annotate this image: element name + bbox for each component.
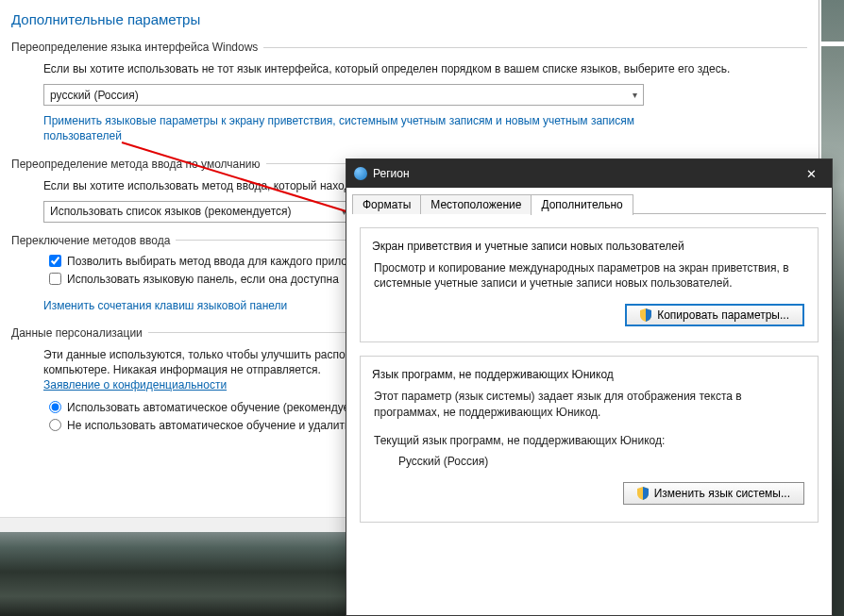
per-app-input-checkbox-input[interactable]: [49, 255, 61, 267]
non-unicode-fieldset: Язык программ, не поддерживающих Юникод …: [360, 356, 819, 523]
copy-settings-label: Копировать параметры...: [657, 308, 789, 322]
group-title-personalization: Данные персонализации: [11, 326, 143, 340]
current-system-locale-label: Текущий язык программ, не поддерживающих…: [374, 433, 804, 448]
dialog-tabbar: Форматы Местоположение Дополнительно: [346, 188, 832, 214]
auto-learning-label: Использовать автоматическое обучение (ре…: [67, 401, 370, 414]
display-language-dropdown[interactable]: русский (Россия) ▾: [43, 84, 644, 106]
shield-icon: [640, 308, 651, 322]
region-dialog: Регион ✕ Форматы Местоположение Дополнит…: [346, 158, 833, 616]
language-bar-checkbox-input[interactable]: [49, 273, 61, 285]
dialog-title: Регион: [373, 167, 410, 180]
change-system-locale-button[interactable]: Изменить язык системы...: [623, 482, 804, 505]
change-system-locale-label: Изменить язык системы...: [654, 487, 790, 500]
close-icon: ✕: [806, 167, 817, 181]
page-title: Дополнительные параметры: [11, 11, 807, 27]
dialog-titlebar[interactable]: Регион ✕: [346, 159, 832, 188]
current-system-locale-value: Русский (Россия): [398, 454, 804, 469]
privacy-statement-link[interactable]: Заявление о конфиденциальности: [43, 378, 227, 391]
group-title-override-input: Переопределение метода ввода по умолчани…: [11, 158, 261, 171]
tab-advanced[interactable]: Дополнительно: [531, 194, 633, 215]
apply-to-welcome-screen-link[interactable]: Применить языковые параметры к экрану пр…: [43, 113, 644, 143]
non-unicode-description: Этот параметр (язык системы) задает язык…: [374, 389, 804, 419]
non-unicode-legend: Язык программ, не поддерживающих Юникод: [368, 368, 617, 381]
language-bar-hotkeys-link[interactable]: Изменить сочетания клавиш языковой панел…: [43, 298, 287, 313]
welcome-screen-fieldset: Экран приветствия и учетные записи новых…: [360, 227, 819, 342]
auto-learning-radio-input[interactable]: [49, 401, 61, 413]
no-auto-learning-radio-input[interactable]: [49, 419, 61, 431]
override-display-language-group: Переопределение языка интерфейса Windows…: [11, 41, 807, 146]
dialog-body: Экран приветствия и учетные записи новых…: [346, 214, 832, 547]
display-language-value: русский (Россия): [50, 89, 139, 102]
language-bar-label: Использовать языковую панель, если она д…: [67, 273, 339, 286]
globe-icon: [354, 167, 367, 180]
input-method-value: Использовать список языков (рекомендуетс…: [50, 205, 292, 218]
copy-settings-button[interactable]: Копировать параметры...: [625, 304, 804, 326]
tab-formats[interactable]: Форматы: [352, 194, 421, 214]
group-divider: [263, 47, 807, 48]
group-title-switching: Переключение методов ввода: [11, 234, 170, 247]
shield-icon: [637, 487, 649, 500]
close-button[interactable]: ✕: [790, 159, 832, 188]
per-app-input-label: Позволить выбирать метод ввода для каждо…: [67, 255, 380, 268]
welcome-screen-description: Просмотр и копирование международных пар…: [374, 260, 804, 291]
welcome-screen-legend: Экран приветствия и учетные записи новых…: [368, 240, 688, 253]
override-lang-description: Если вы хотите использовать не тот язык …: [43, 61, 807, 76]
group-title-override-lang: Переопределение языка интерфейса Windows: [11, 41, 258, 54]
tab-location[interactable]: Местоположение: [420, 194, 532, 214]
input-method-dropdown[interactable]: Использовать список языков (рекомендуетс…: [43, 201, 353, 223]
chevron-down-icon: ▾: [633, 90, 637, 100]
